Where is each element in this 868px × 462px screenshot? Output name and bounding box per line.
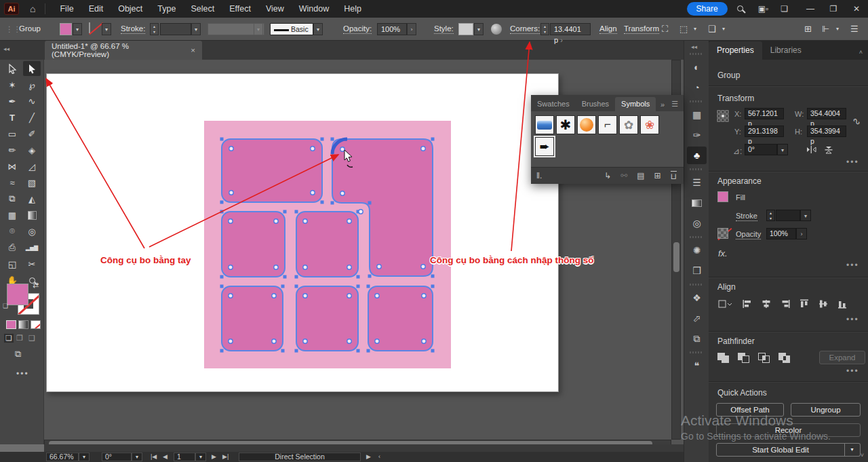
fill-swatch[interactable] — [60, 23, 72, 35]
expand-panels-icon[interactable]: ◂◂ — [691, 43, 697, 50]
close-button[interactable]: ✕ — [845, 0, 868, 18]
constrain-proportions-icon[interactable]: ∾ — [849, 114, 864, 129]
pathfinder-intersect-icon[interactable] — [758, 353, 772, 364]
default-fill-stroke-icon[interactable]: ❏ — [3, 303, 8, 309]
y-field[interactable]: 291.3198 p — [745, 126, 784, 137]
snap-options-icon[interactable]: ⊩ — [822, 24, 829, 34]
rectangle-tool[interactable]: ▭ — [3, 126, 21, 141]
symbol-black-arrow-selected[interactable]: ➨ — [535, 137, 554, 156]
stroke-weight-field-panel[interactable] — [776, 210, 800, 221]
menu-edit[interactable]: Edit — [81, 0, 111, 18]
pathfinder-minus-front-icon[interactable] — [738, 353, 751, 364]
rotation-chevron-icon[interactable]: ▾ — [777, 144, 788, 155]
panel-scroll-down-icon[interactable]: ˅ — [861, 452, 864, 459]
opacity-label-panel[interactable]: Opacity — [736, 230, 761, 239]
x-field[interactable]: 567.1201 p — [745, 108, 784, 119]
minimize-button[interactable]: — — [799, 0, 822, 18]
workspace-switcher-icon[interactable]: ❏ — [781, 4, 788, 14]
offset-path-button[interactable]: Offset Path — [716, 403, 784, 417]
tab-swatches[interactable]: Swatches — [531, 97, 576, 111]
panel-menu-icon[interactable]: ☰ — [669, 97, 684, 111]
align-top-icon[interactable] — [799, 299, 810, 311]
brushes-panel-icon[interactable]: ✑ — [687, 126, 707, 144]
align-center-vertical-icon[interactable] — [818, 299, 829, 311]
color-panel-icon[interactable]: ◐ — [687, 58, 707, 76]
status-play-icon[interactable]: ▶ — [366, 453, 371, 461]
align-to-pixel-grid-icon[interactable]: ⊞ — [804, 24, 812, 34]
symbol-libraries-menu-icon[interactable]: ‖. — [536, 171, 542, 180]
align-more-options[interactable]: ••• — [846, 315, 859, 324]
panel-scroll-up-icon[interactable]: ˄ — [859, 49, 868, 60]
shape-mode-chevron-icon[interactable]: ▾ — [719, 23, 728, 35]
free-transform-tool[interactable]: ▧ — [23, 175, 41, 190]
align-to-selection-icon[interactable] — [717, 299, 732, 311]
stroke-weight-stepper-panel[interactable]: ▴▾ — [766, 210, 775, 221]
gradient-tool[interactable] — [23, 208, 41, 223]
scale-tool[interactable]: ◿ — [23, 159, 41, 174]
last-artboard-icon[interactable]: ▶| — [222, 453, 229, 461]
color-guide-panel-icon[interactable]: ◔ — [687, 79, 707, 96]
style-chevron-icon[interactable]: ▾ — [474, 23, 484, 35]
pathfinder-more-options[interactable]: ••• — [846, 366, 859, 376]
asset-export-panel-icon[interactable]: ⬀ — [687, 309, 707, 327]
draw-inside-mode-icon[interactable]: ❑ — [28, 334, 35, 343]
document-setup-icon[interactable] — [491, 24, 502, 35]
perspective-grid-tool[interactable]: ◭ — [23, 191, 41, 206]
stroke-weight-field[interactable] — [160, 23, 191, 35]
opacity-label[interactable]: Opacity: — [343, 24, 372, 34]
align-link[interactable]: Align — [599, 24, 617, 34]
recolor-button[interactable]: Recolor — [716, 423, 861, 437]
symbol-options-icon[interactable]: ▤ — [637, 171, 644, 180]
symbol-ink-splat[interactable]: ✱ — [556, 115, 575, 134]
symbol-orange-orb[interactable] — [577, 115, 596, 134]
comments-panel-icon[interactable]: ❝ — [687, 357, 707, 374]
vertical-scrollbar-thumb[interactable] — [673, 242, 679, 272]
panel-collapse-icon[interactable]: » — [656, 98, 669, 111]
tab-libraries[interactable]: Libraries — [762, 41, 810, 60]
reflect-tool[interactable]: ⋈ — [3, 159, 21, 174]
brush-definition-dropdown[interactable]: Basic — [270, 23, 313, 35]
global-edit-chevron-icon[interactable]: ▾ — [844, 443, 861, 457]
place-symbol-instance-icon[interactable]: ↳ — [604, 171, 611, 180]
stroke-dropdown-chevron-icon[interactable]: ▾ — [102, 23, 111, 35]
transform-link[interactable]: Transform — [624, 24, 659, 34]
artboard-tool[interactable]: ◱ — [3, 256, 21, 271]
menu-object[interactable]: Object — [111, 0, 150, 18]
edit-toolbar-icon[interactable]: ••• — [16, 369, 29, 379]
graphic-style-swatch[interactable] — [458, 23, 473, 35]
w-field[interactable]: 354.4004 p — [807, 108, 846, 119]
appearance-panel-icon[interactable]: ✺ — [687, 242, 707, 259]
snap-options-chevron-icon[interactable]: ▾ — [833, 23, 842, 35]
stroke-weight-chevron-icon[interactable]: ▾ — [191, 23, 201, 35]
stroke-swatch[interactable] — [89, 22, 90, 33]
rotation-field-status[interactable]: 0° — [102, 453, 132, 461]
fill-label[interactable]: Fill — [736, 193, 745, 201]
stroke-label[interactable]: Stroke — [736, 212, 757, 221]
toolbar-collapse-icon[interactable]: ◂◂ — [3, 45, 9, 52]
ungroup-button[interactable]: Ungroup — [791, 403, 861, 417]
opacity-field[interactable]: 100% — [377, 23, 407, 35]
symbol-mosaic-flower[interactable]: ✿ — [619, 115, 638, 134]
corners-stepper[interactable]: ▴▾ — [540, 23, 549, 35]
arrange-documents-icon[interactable]: ▣▫ — [758, 4, 769, 14]
opacity-expander-panel-icon[interactable]: › — [796, 228, 807, 239]
fill-proxy-swatch[interactable] — [7, 284, 28, 305]
menu-window[interactable]: Window — [292, 0, 336, 18]
opacity-field-panel[interactable]: 100% — [766, 228, 796, 239]
select-similar-chevron-icon[interactable]: ▾ — [690, 23, 700, 35]
symbol-red-daisy[interactable]: ❀ — [640, 115, 659, 134]
shape-mode-icon[interactable]: ❑ — [708, 24, 716, 34]
select-similar-objects-icon[interactable]: ⬚ — [679, 24, 688, 34]
menu-type[interactable]: Type — [150, 0, 183, 18]
layers-panel-icon[interactable]: ❖ — [687, 289, 707, 307]
zoom-chevron-icon[interactable]: ▾ — [79, 453, 90, 461]
align-center-horizontal-icon[interactable] — [761, 299, 772, 311]
next-artboard-icon[interactable]: ▶ — [212, 453, 216, 461]
rotation-chevron-status-icon[interactable]: ▾ — [132, 453, 142, 461]
appearance-more-options[interactable]: ••• — [846, 261, 859, 270]
pathfinder-unite-icon[interactable] — [717, 353, 731, 364]
curvature-tool[interactable]: ∿ — [23, 94, 41, 109]
blend-tool[interactable]: ◎ — [23, 224, 41, 239]
symbol-corner-frame[interactable]: ⌐ — [598, 115, 617, 134]
corners-value-field[interactable]: 13.4401 p › — [550, 23, 591, 35]
